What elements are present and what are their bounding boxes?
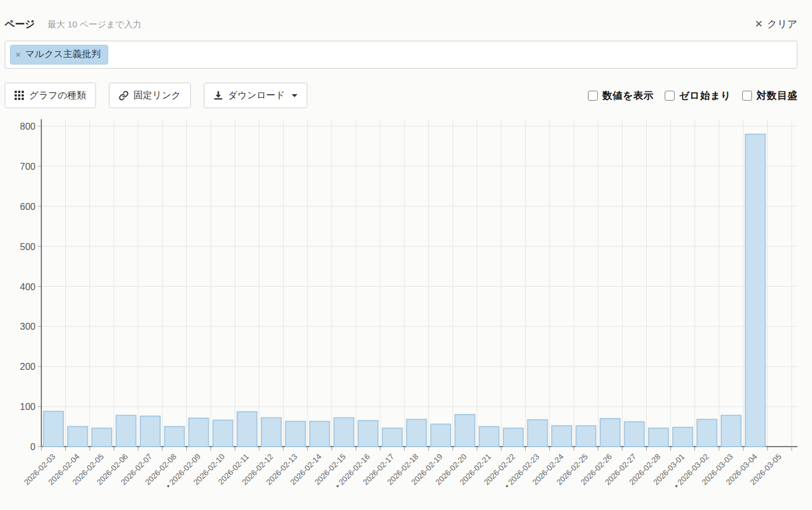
page-tag-input[interactable]: × マルクス主義批判	[5, 41, 797, 69]
bar-2026-02-22[interactable]	[503, 428, 523, 447]
bar-2026-02-14[interactable]	[310, 422, 329, 447]
header-row: ページ 最大 10 ページまで入力 ✕ クリア	[5, 17, 797, 33]
link-icon	[119, 91, 129, 101]
bar-2026-02-06[interactable]	[116, 415, 136, 447]
bar-2026-02-27[interactable]	[625, 422, 644, 447]
permalink-button[interactable]: 固定リンク	[109, 83, 191, 108]
bar-2026-02-08[interactable]	[165, 427, 185, 447]
bar-2026-02-18[interactable]	[407, 419, 427, 447]
log-scale-label: 対数目盛	[757, 89, 797, 102]
y-axis-label: 200	[20, 362, 36, 372]
page-hint: 最大 10 ページまで入力	[48, 19, 141, 30]
bar-2026-02-04[interactable]	[68, 427, 87, 447]
y-axis-label: 0	[30, 442, 36, 452]
page-title: ページ	[5, 17, 35, 31]
download-button[interactable]: ダウンロード	[204, 83, 307, 108]
y-axis-label: 800	[20, 122, 36, 131]
bar-2026-02-17[interactable]	[382, 428, 402, 447]
option-log-scale[interactable]: 対数目盛	[742, 89, 797, 102]
bar-2026-02-07[interactable]	[140, 416, 160, 447]
zero-start-checkbox[interactable]	[665, 91, 675, 101]
show-values-checkbox[interactable]	[588, 91, 598, 101]
bar-2026-02-03[interactable]	[44, 411, 63, 447]
y-axis-label: 100	[20, 402, 36, 412]
bar-2026-02-16[interactable]	[358, 420, 378, 447]
download-icon	[214, 91, 223, 100]
y-axis-label: 600	[20, 202, 36, 212]
bar-2026-02-24[interactable]	[552, 426, 572, 447]
y-axis-label: 500	[20, 242, 36, 252]
bar-2026-02-13[interactable]	[286, 422, 306, 447]
bar-2026-02-19[interactable]	[431, 424, 451, 447]
log-scale-checkbox[interactable]	[742, 91, 752, 101]
toolbar: グラフの種類 固定リンク ダウンロード 数値を表示	[5, 83, 797, 108]
graph-type-button[interactable]: グラフの種類	[5, 83, 96, 108]
bar-2026-02-10[interactable]	[213, 420, 233, 447]
bar-2026-03-03[interactable]	[721, 415, 741, 447]
bar-2026-03-02[interactable]	[697, 419, 717, 447]
bar-2026-02-26[interactable]	[600, 419, 620, 447]
bar-2026-02-12[interactable]	[261, 418, 281, 447]
tag-label: マルクス主義批判	[25, 48, 101, 60]
bar-chart-svg[interactable]: 01002003004005006007008002026-02-032026-…	[0, 112, 812, 510]
chart-options: 数値を表示 ゼロ始まり 対数目盛	[588, 89, 797, 102]
bar-2026-02-23[interactable]	[527, 420, 547, 447]
y-axis-label: 700	[20, 162, 36, 172]
clear-x-icon: ✕	[755, 19, 763, 29]
option-zero-start[interactable]: ゼロ始まり	[665, 89, 731, 102]
grid-icon	[15, 91, 24, 100]
bar-2026-02-20[interactable]	[455, 415, 475, 447]
caret-down-icon	[292, 94, 297, 97]
bar-2026-02-11[interactable]	[237, 412, 257, 447]
bar-2026-02-25[interactable]	[576, 426, 596, 447]
page-tag: × マルクス主義批判	[10, 45, 108, 65]
pageviews-chart: 01002003004005006007008002026-02-032026-…	[0, 112, 812, 510]
clear-button[interactable]: ✕ クリア	[755, 17, 797, 31]
page-search-input[interactable]	[113, 49, 792, 60]
graph-type-label: グラフの種類	[29, 90, 86, 102]
y-axis-label: 300	[20, 322, 36, 331]
option-show-values[interactable]: 数値を表示	[588, 89, 654, 102]
bar-2026-02-21[interactable]	[479, 427, 499, 447]
bar-2026-02-09[interactable]	[189, 418, 208, 447]
download-label: ダウンロード	[228, 90, 285, 102]
zero-start-label: ゼロ始まり	[679, 89, 731, 102]
permalink-label: 固定リンク	[134, 90, 181, 102]
bar-2026-03-04[interactable]	[746, 134, 765, 447]
bar-2026-03-01[interactable]	[673, 427, 693, 447]
controls-section: ページ 最大 10 ページまで入力 ✕ クリア × マルクス主義批判 グラフの種…	[0, 0, 812, 108]
show-values-label: 数値を表示	[602, 89, 654, 102]
tag-remove-icon[interactable]: ×	[16, 51, 20, 59]
clear-button-label: クリア	[767, 17, 797, 31]
bar-2026-02-15[interactable]	[334, 418, 354, 447]
bar-2026-02-05[interactable]	[92, 428, 112, 447]
y-axis-label: 400	[20, 282, 36, 292]
bar-2026-02-28[interactable]	[648, 428, 668, 447]
